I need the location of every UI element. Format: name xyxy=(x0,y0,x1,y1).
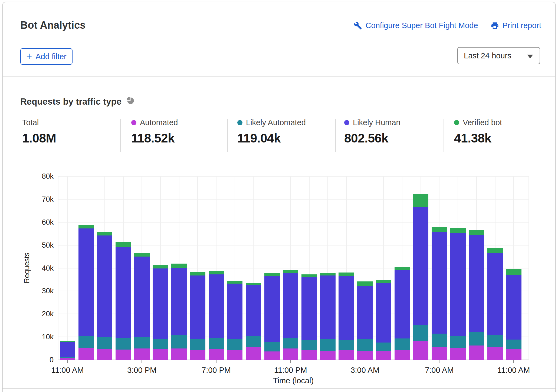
x-tick-label: 7:00 AM xyxy=(425,366,454,375)
bar[interactable] xyxy=(339,273,354,360)
x-tick-label: 7:00 PM xyxy=(202,366,231,375)
bar-segment-verified-bot xyxy=(78,225,94,228)
bar-segment-verified-bot xyxy=(134,253,150,257)
bar-segment-verified-bot xyxy=(469,230,484,235)
bar[interactable] xyxy=(227,281,242,360)
bar[interactable] xyxy=(190,272,205,360)
bar-segment-verified-bot xyxy=(376,280,391,284)
pie-chart-icon xyxy=(126,96,134,107)
bar-segment-likely-automated xyxy=(413,325,428,341)
bar[interactable] xyxy=(357,281,373,360)
bar-segment-likely-automated xyxy=(190,339,205,350)
bar-segment-verified-bot xyxy=(450,228,466,233)
bar-segment-automated xyxy=(487,347,503,360)
bar[interactable] xyxy=(450,228,466,360)
bar-segment-likely-human xyxy=(134,257,150,337)
stat-verified-bot: Verified bot 41.38k xyxy=(454,118,502,145)
bar[interactable] xyxy=(209,271,224,360)
y-tick-label: 30k xyxy=(0,287,54,295)
bar[interactable] xyxy=(60,341,75,360)
bar[interactable] xyxy=(134,253,150,360)
bar-segment-automated xyxy=(450,348,466,360)
bar-segment-automated xyxy=(190,350,205,360)
bar-segment-automated xyxy=(97,349,112,360)
add-filter-button[interactable]: + Add filter xyxy=(20,48,73,65)
stat-divider xyxy=(444,119,444,152)
bar-segment-likely-human xyxy=(450,233,466,336)
y-axis-labels: 010k20k30k40k50k60k70k80k xyxy=(0,176,54,360)
y-gridline xyxy=(58,222,529,222)
bar[interactable] xyxy=(264,273,280,360)
bar[interactable] xyxy=(413,194,428,360)
bar-segment-likely-human xyxy=(301,277,317,340)
bar[interactable] xyxy=(432,227,447,360)
bar-segment-likely-human xyxy=(283,273,298,338)
x-tick-label: 11:00 AM xyxy=(497,366,530,375)
bar-segment-likely-automated xyxy=(395,338,410,350)
bar-segment-verified-bot xyxy=(357,281,373,286)
bar[interactable] xyxy=(78,225,94,360)
bar-segment-verified-bot xyxy=(432,227,447,231)
bar[interactable] xyxy=(171,264,187,360)
bar-segment-likely-automated xyxy=(171,335,187,348)
bar-segment-automated xyxy=(264,351,280,360)
stat-label: Verified bot xyxy=(463,118,502,127)
print-link-label: Print report xyxy=(503,21,541,30)
configure-super-bot-fight-mode-link[interactable]: Configure Super Bot Fight Mode xyxy=(354,21,478,30)
bar-segment-likely-human xyxy=(487,253,503,335)
page-title: Bot Analytics xyxy=(20,19,86,31)
bar-segment-likely-automated xyxy=(97,337,112,349)
bar[interactable] xyxy=(320,273,336,360)
bar-segment-verified-bot xyxy=(209,271,224,275)
bar-segment-verified-bot xyxy=(506,269,521,275)
bar-segment-likely-automated xyxy=(153,339,168,349)
plus-icon: + xyxy=(26,51,32,62)
bar-segment-automated xyxy=(357,351,373,360)
bar-segment-verified-bot xyxy=(246,283,261,285)
bar[interactable] xyxy=(116,242,131,360)
bar-segment-verified-bot xyxy=(301,274,317,277)
bar-segment-verified-bot xyxy=(283,270,298,273)
bar-segment-verified-bot xyxy=(264,273,280,276)
bar[interactable] xyxy=(153,265,168,360)
automated-dot xyxy=(131,120,136,125)
bar-segment-likely-human xyxy=(395,270,410,338)
y-gridline xyxy=(58,199,529,200)
print-report-link[interactable]: Print report xyxy=(491,21,541,30)
bar-segment-likely-human xyxy=(97,235,112,337)
y-tick-label: 40k xyxy=(0,264,54,273)
bar-segment-automated xyxy=(209,349,224,360)
chart-section-title: Requests by traffic type xyxy=(20,96,134,107)
bar-segment-automated xyxy=(171,348,187,360)
stat-label: Likely Automated xyxy=(246,118,306,127)
likely-automated-dot xyxy=(237,120,242,125)
y-tick-label: 60k xyxy=(0,218,54,227)
bar-segment-verified-bot xyxy=(227,281,242,284)
x-tick xyxy=(513,360,514,363)
x-gridline xyxy=(529,176,529,360)
bar-segment-likely-automated xyxy=(264,342,280,351)
bar[interactable] xyxy=(301,274,317,360)
bar[interactable] xyxy=(376,280,391,360)
bar-segment-likely-human xyxy=(209,274,224,338)
bar[interactable] xyxy=(395,267,410,360)
bar[interactable] xyxy=(283,270,298,360)
stat-value: 41.38k xyxy=(454,131,502,145)
bar-segment-likely-human xyxy=(227,284,242,339)
bar-segment-automated xyxy=(283,348,298,360)
bar[interactable] xyxy=(469,230,484,360)
bar-segment-likely-human xyxy=(432,232,447,334)
likely-human-dot xyxy=(344,120,349,125)
bar-segment-likely-human xyxy=(506,275,521,340)
bar-segment-likely-human xyxy=(413,207,428,325)
bar-segment-automated xyxy=(320,351,336,360)
time-range-dropdown[interactable]: Last 24 hours xyxy=(457,47,540,64)
x-gridline xyxy=(67,176,68,360)
x-gridline xyxy=(58,176,58,360)
bar[interactable] xyxy=(246,283,261,360)
bar[interactable] xyxy=(487,248,503,360)
add-filter-label: Add filter xyxy=(35,52,66,61)
bar-segment-likely-human xyxy=(190,275,205,340)
bar[interactable] xyxy=(97,232,112,360)
bar[interactable] xyxy=(506,269,521,360)
